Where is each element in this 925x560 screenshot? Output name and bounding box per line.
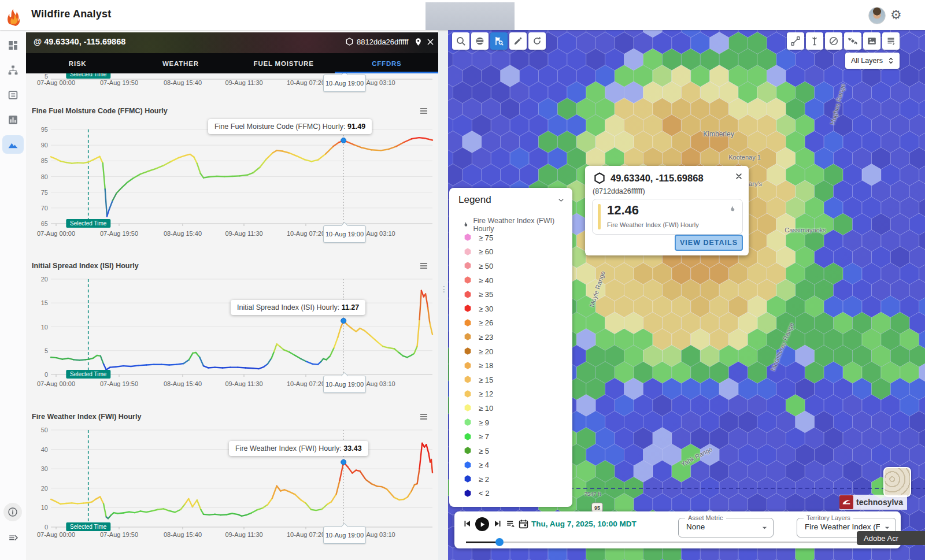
playlist-icon[interactable] <box>505 518 516 529</box>
tab-weather[interactable]: WEATHER <box>129 53 232 73</box>
x-axis-label: 10-Aug 07:20 <box>287 79 325 86</box>
map-tool-turbine[interactable] <box>806 32 823 50</box>
gear-icon[interactable]: ⚙ <box>890 8 902 23</box>
legend-item: ≥ 35 <box>463 287 493 302</box>
legend-hex-swatch <box>463 446 472 455</box>
legend-hex-swatch <box>463 318 472 328</box>
sidebar-item-dashboard[interactable] <box>2 36 24 54</box>
basemap-switcher[interactable] <box>883 467 911 497</box>
map-tool-territory-search[interactable] <box>490 32 508 50</box>
skip-previous-icon[interactable] <box>462 518 472 529</box>
legend-item-label: ≥ 40 <box>479 276 493 285</box>
asset-metric-select[interactable]: Asset Metric None <box>678 518 774 537</box>
selected-point-marker[interactable] <box>341 459 346 465</box>
sidebar-item-info[interactable] <box>3 503 22 521</box>
drag-handle-icon[interactable]: ⋮ <box>440 284 448 294</box>
x-axis-label: 10-Aug 07:20 <box>287 380 325 387</box>
technosylva-brand: technosylva <box>839 495 907 510</box>
chart-title: Fine Fuel Moisture Code (FFMC) Hourly <box>32 107 168 115</box>
legend-hex-swatch <box>463 474 472 484</box>
flame-icon <box>462 221 469 229</box>
draw-icon <box>513 36 523 46</box>
map-tool-imagery[interactable] <box>863 32 880 50</box>
calendar-icon[interactable] <box>518 518 529 529</box>
selected-time-box[interactable]: 10-Aug 19:00 <box>323 225 366 243</box>
map-tool-compass[interactable] <box>825 32 842 50</box>
chart-menu-icon[interactable] <box>419 261 429 271</box>
bar-chart-icon <box>8 114 18 125</box>
selected-point-marker[interactable] <box>341 138 346 143</box>
turbine-icon <box>809 36 820 46</box>
legend-item: ≥ 4 <box>463 458 493 473</box>
map-place-label: Kimberley <box>703 130 734 138</box>
x-axis-label: 08-Aug 15:40 <box>164 380 202 387</box>
chart-tooltip: Initial Spread Index (ISI) Hourly: 11.27 <box>231 300 365 315</box>
y-axis-tick: 5 <box>26 347 48 354</box>
view-details-button[interactable]: VIEW DETAILS <box>675 235 743 251</box>
charts-scroll-area[interactable]: 5Selected Time07-Aug 00:0007-Aug 19:5008… <box>26 73 438 560</box>
time-slider-track[interactable] <box>504 542 889 543</box>
x-axis-label: 08-Aug 15:40 <box>164 531 202 538</box>
skip-next-icon[interactable] <box>493 518 503 529</box>
selected-time-badge: Selected Time <box>66 522 110 531</box>
chart-plot[interactable] <box>51 129 432 232</box>
map-canvas[interactable]: KimberleyKootenay 1Mary'sCassimayooksMoy… <box>448 30 925 560</box>
sidebar-item-org-structure[interactable] <box>2 61 24 79</box>
sidebar-item-terrain[interactable] <box>2 135 24 154</box>
map-tool-satellite[interactable] <box>844 32 861 50</box>
selected-point-marker[interactable] <box>341 318 346 324</box>
map-tool-measure[interactable] <box>787 32 804 50</box>
unfold-icon <box>887 57 895 65</box>
play-button[interactable] <box>475 517 489 531</box>
close-icon[interactable] <box>426 38 435 46</box>
avatar[interactable] <box>868 7 886 24</box>
map-tool-layers[interactable] <box>882 32 900 50</box>
selected-time-box[interactable]: 10-Aug 19:00 <box>323 376 366 393</box>
legend-hex-swatch <box>463 233 472 242</box>
nav-rail <box>0 30 26 560</box>
x-axis-label: 07-Aug 19:50 <box>100 230 138 237</box>
chart-menu-icon[interactable] <box>419 106 429 116</box>
sidebar-item-expand[interactable] <box>3 528 22 547</box>
chart-menu-icon[interactable] <box>419 411 429 422</box>
all-layers-dropdown[interactable]: All Layers <box>845 53 900 69</box>
legend-item-label: ≥ 15 <box>479 376 493 384</box>
cffdrs-panel: @ 49.63340, -115.69868 8812dda26dfffff R… <box>26 32 438 560</box>
asset-metric-value: None <box>686 522 705 531</box>
chevron-down-icon[interactable] <box>557 196 565 205</box>
time-slider-track-played[interactable] <box>466 542 500 543</box>
time-slider-thumb[interactable] <box>495 538 504 546</box>
legend-item-label: ≥ 10 <box>479 404 493 413</box>
legend-hex-swatch <box>463 261 472 270</box>
legend-item: ≥ 2 <box>463 472 493 487</box>
close-icon[interactable] <box>735 172 743 180</box>
legend-item-label: ≥ 35 <box>479 290 493 299</box>
y-axis-tick: 20 <box>26 276 48 283</box>
tab-cffdrs[interactable]: CFFDRS <box>335 53 438 73</box>
info-icon <box>8 507 18 517</box>
map-tool-globe[interactable] <box>471 32 489 50</box>
sidebar-item-reports[interactable] <box>2 86 24 104</box>
map-tool-draw[interactable] <box>509 32 527 50</box>
adobe-notification[interactable]: Adobe Acr <box>857 531 925 545</box>
location-pin-icon[interactable] <box>414 38 423 46</box>
y-axis-tick: 10 <box>26 324 48 331</box>
tab-risk[interactable]: RISK <box>26 53 129 73</box>
map-tool-reset[interactable] <box>528 32 546 50</box>
selected-time-box[interactable]: 10-Aug 19:00 <box>323 75 366 92</box>
y-axis-tick: 15 <box>26 299 48 306</box>
all-layers-label: All Layers <box>851 57 883 65</box>
tab-fuel-moisture[interactable]: FUEL MOISTURE <box>232 53 335 73</box>
overlay-box <box>426 2 515 30</box>
legend-items: ≥ 75≥ 60≥ 50≥ 40≥ 35≥ 30≥ 26≥ 23≥ 20≥ 18… <box>463 231 493 500</box>
chart-plot[interactable] <box>51 279 432 383</box>
legend-item-label: ≥ 26 <box>479 318 493 327</box>
map-tool-search[interactable] <box>452 32 469 50</box>
panel-resize-gutter[interactable]: ⋮ <box>438 30 448 560</box>
selected-time-box[interactable]: 10-Aug 19:00 <box>323 526 366 544</box>
metric-color-bar <box>598 204 601 229</box>
top-bar: Wildfire Analyst ⚙ <box>0 0 925 30</box>
selected-time-badge: Selected Time <box>66 219 110 228</box>
sidebar-item-analytics[interactable] <box>2 110 24 129</box>
x-axis-label: 09-Aug 11:30 <box>225 380 262 387</box>
